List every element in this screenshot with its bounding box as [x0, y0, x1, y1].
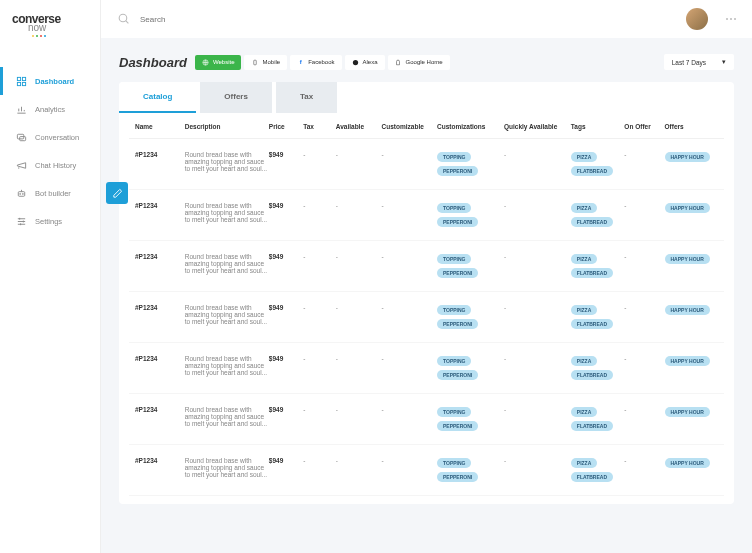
- cell-price: $949: [269, 253, 303, 260]
- svg-point-8: [22, 193, 23, 194]
- cell-customizable: -: [382, 253, 437, 260]
- nav-label: Bot builder: [35, 189, 71, 198]
- cell-on-offer: -: [624, 304, 664, 311]
- col-tags: Tags: [571, 123, 625, 130]
- cell-customizations: TOPPINGPEPPERONI: [437, 151, 504, 177]
- cell-tags: PIZZAFLATBREAD: [571, 151, 625, 177]
- pill: FLATBREAD: [571, 166, 613, 176]
- more-icon[interactable]: [726, 18, 736, 20]
- avatar[interactable]: [686, 8, 708, 30]
- cell-description: Round bread base with amazing topping an…: [185, 151, 269, 172]
- svg-rect-11: [254, 60, 257, 65]
- channel-alexa[interactable]: Alexa: [345, 55, 385, 70]
- cell-name: #P1234: [135, 253, 185, 260]
- nav-label: Conversation: [35, 133, 79, 142]
- pill: HAPPY HOUR: [665, 458, 710, 468]
- table-row[interactable]: #P1234Round bread base with amazing topp…: [129, 292, 724, 343]
- cell-available: -: [336, 202, 382, 209]
- cell-price: $949: [269, 457, 303, 464]
- col-on-offer: On Offer: [624, 123, 664, 130]
- chart-icon: [15, 103, 27, 115]
- pill: FLATBREAD: [571, 268, 613, 278]
- cell-price: $949: [269, 151, 303, 158]
- cell-tax: -: [303, 355, 336, 362]
- pill: PEPPERONI: [437, 217, 478, 227]
- table-row[interactable]: #P1234Round bread base with amazing topp…: [129, 241, 724, 292]
- cell-description: Round bread base with amazing topping an…: [185, 457, 269, 478]
- search-icon: [117, 12, 130, 27]
- megaphone-icon: [15, 159, 27, 171]
- pill: TOPPING: [437, 356, 471, 366]
- pill: HAPPY HOUR: [665, 356, 710, 366]
- sidebar-item-dashboard[interactable]: Dashboard: [0, 67, 100, 95]
- catalog-table: Name Description Price Tax Available Cus…: [119, 113, 734, 496]
- pill: HAPPY HOUR: [665, 305, 710, 315]
- sidebar-item-bot-builder[interactable]: Bot builder: [0, 179, 100, 207]
- pill: HAPPY HOUR: [665, 254, 710, 264]
- pill: FLATBREAD: [571, 319, 613, 329]
- col-available: Available: [336, 123, 382, 130]
- cell-customizable: -: [382, 406, 437, 413]
- cell-description: Round bread base with amazing topping an…: [185, 355, 269, 376]
- channel-facebook[interactable]: f Facebook: [290, 55, 341, 70]
- pill: TOPPING: [437, 407, 471, 417]
- tab-catalog[interactable]: Catalog: [119, 82, 196, 113]
- edit-float-button[interactable]: [106, 182, 128, 204]
- robot-icon: [15, 187, 27, 199]
- sidebar: converse now Dashboard Analytics: [0, 0, 101, 553]
- channel-website[interactable]: Website: [195, 55, 242, 70]
- sidebar-item-conversation[interactable]: Conversation: [0, 123, 100, 151]
- col-customizations: Customizations: [437, 123, 504, 130]
- channel-label: Facebook: [308, 59, 334, 65]
- cell-customizations: TOPPINGPEPPERONI: [437, 406, 504, 432]
- cell-on-offer: -: [624, 355, 664, 362]
- cell-offers: HAPPY HOUR: [665, 457, 719, 469]
- channel-label: Website: [213, 59, 235, 65]
- pill: TOPPING: [437, 458, 471, 468]
- pill: FLATBREAD: [571, 472, 613, 482]
- nav-label: Chat History: [35, 161, 76, 170]
- cell-tags: PIZZAFLATBREAD: [571, 457, 625, 483]
- table-row[interactable]: #P1234Round bread base with amazing topp…: [129, 343, 724, 394]
- cell-customizations: TOPPINGPEPPERONI: [437, 457, 504, 483]
- tab-tax[interactable]: Tax: [276, 82, 337, 113]
- cell-name: #P1234: [135, 151, 185, 158]
- pill: TOPPING: [437, 305, 471, 315]
- cell-available: -: [336, 355, 382, 362]
- table-row[interactable]: #P1234Round bread base with amazing topp…: [129, 445, 724, 496]
- pill: PIZZA: [571, 356, 597, 366]
- col-description: Description: [185, 123, 269, 130]
- cell-quickly-available: -: [504, 202, 571, 209]
- col-offers: Offers: [665, 123, 719, 130]
- channel-label: Alexa: [363, 59, 378, 65]
- svg-point-9: [119, 14, 127, 22]
- cell-description: Round bread base with amazing topping an…: [185, 304, 269, 325]
- cell-tax: -: [303, 406, 336, 413]
- cell-offers: HAPPY HOUR: [665, 202, 719, 214]
- pill: PIZZA: [571, 458, 597, 468]
- topbar: [101, 0, 752, 38]
- cell-tax: -: [303, 304, 336, 311]
- facebook-icon: f: [297, 59, 304, 66]
- col-customizable: Customizable: [382, 123, 437, 130]
- col-quickly-available: Quickly Available: [504, 123, 571, 130]
- search-input[interactable]: [140, 15, 676, 24]
- table-row[interactable]: #P1234Round bread base with amazing topp…: [129, 190, 724, 241]
- svg-rect-2: [17, 82, 20, 85]
- pill: PEPPERONI: [437, 319, 478, 329]
- tab-offers[interactable]: Offers: [200, 82, 272, 113]
- sliders-icon: [15, 215, 27, 227]
- sidebar-item-analytics[interactable]: Analytics: [0, 95, 100, 123]
- table-row[interactable]: #P1234Round bread base with amazing topp…: [129, 394, 724, 445]
- pill: PIZZA: [571, 152, 597, 162]
- table-row[interactable]: #P1234Round bread base with amazing topp…: [129, 139, 724, 190]
- pill: PEPPERONI: [437, 472, 478, 482]
- channel-google-home[interactable]: Google Home: [388, 55, 450, 70]
- table-body: #P1234Round bread base with amazing topp…: [129, 139, 724, 496]
- channel-mobile[interactable]: Mobile: [244, 55, 287, 70]
- chevron-down-icon: ▾: [722, 58, 726, 66]
- date-filter[interactable]: Last 7 Days ▾: [664, 54, 734, 70]
- col-tax: Tax: [303, 123, 336, 130]
- sidebar-item-settings[interactable]: Settings: [0, 207, 100, 235]
- sidebar-item-chat-history[interactable]: Chat History: [0, 151, 100, 179]
